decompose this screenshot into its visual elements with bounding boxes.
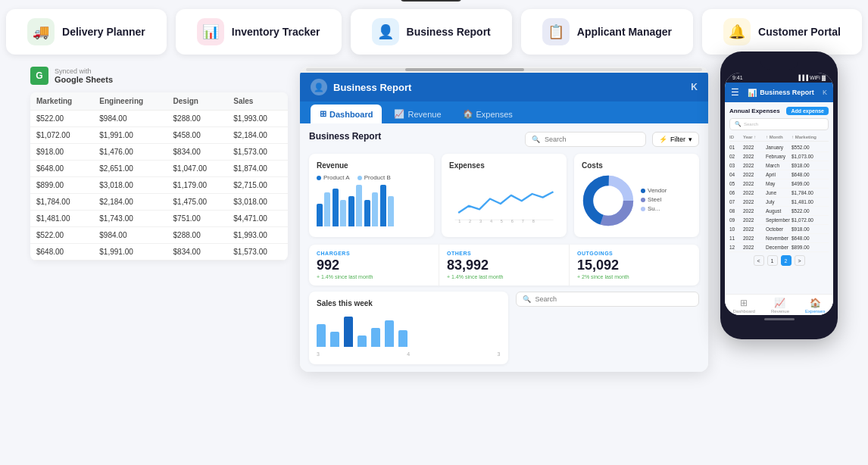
phone-nav-expenses[interactable]: 🏠 Expenses [805,298,825,314]
charts-row: Revenue Product A Product B [309,154,699,237]
phone-table-row: 042022April$648.00 [729,170,829,179]
table-cell: $1,993.00 [227,111,288,127]
bar-a-5 [380,185,386,226]
tab-delivery[interactable]: 🚚 Delivery Planner [6,9,167,55]
legend-steel: Steel [641,196,667,203]
revenue-chart-title: Revenue [317,161,426,170]
phone-notch [760,59,798,70]
bar-a-4 [364,200,370,226]
stat-others-value: 83,992 [447,257,561,273]
legend-dot-b [358,176,362,180]
stat-chargers: CHARGERS 992 + 1.4% since last month [309,245,439,286]
phone-table-cell: $648.00 [792,236,820,241]
toolbar-row: Business Report 🔍 ⚡ Filter ▾ [309,131,699,148]
phone-table-cell: 2022 [743,172,764,177]
svg-point-12 [598,191,619,211]
phone-add-expense-button[interactable]: Add expense [786,107,829,115]
phone-table-cell: January [766,145,790,150]
table-row: $522.00$984.00$288.00$1,993.00 [30,227,288,244]
stat-others-label: OTHERS [447,251,561,256]
tab-delivery-label: Delivery Planner [62,26,145,38]
bar-group-1 [317,192,330,226]
sales-search-area: 🔍 [516,292,700,364]
pagination-next[interactable]: > [795,255,805,266]
filter-icon: ⚡ [659,136,667,143]
svg-text:8: 8 [532,219,535,223]
phone-table-cell: April [766,172,790,177]
sales-search-input[interactable] [535,295,693,303]
revenue-legend: Product A Product B [317,174,426,181]
tab-applicant[interactable]: 📋 Applicant Manager [521,9,693,55]
phone-app-header: ☰ 📊 Business Report K [725,83,833,102]
th-year: Year ↑ [743,135,764,139]
table-cell: $1,573.00 [227,144,288,161]
phone-table-cell: $522.00 [792,208,820,214]
svg-text:2: 2 [469,219,471,223]
phone-table-cell: 05 [729,181,742,186]
stat-chargers-change: + 1.4% since last month [317,274,431,279]
signal-icon: ▐▐▐ [797,75,808,80]
phone-table-cell: 11 [729,236,742,241]
tab-customer[interactable]: 🔔 Customer Portal [702,9,862,55]
tab-inventory-label: Inventory Tracker [232,26,320,38]
nav-expenses[interactable]: 🏠 Expenses [454,105,522,123]
phone-table-cell: 09 [729,217,742,223]
th-id: ID [729,135,742,139]
filter-button[interactable]: ⚡ Filter ▾ [652,132,699,147]
phone-status-bar: 9:41 ▐▐▐ WiFi ▓ [725,73,833,83]
nav-dashboard[interactable]: ⊞ Dashboard [311,105,382,123]
nav-revenue[interactable]: 📈 Revenue [385,105,450,123]
phone-table-row: 072022July$1,481.00 [729,198,829,207]
phone-table-cell: 2022 [743,163,764,168]
tab-business[interactable]: 👤 Business Report [351,9,512,55]
table-cell: $2,715.00 [227,177,288,194]
table-cell: $984.00 [93,111,167,127]
phone-nav-expenses-icon: 🏠 [810,298,821,308]
stat-others-change: + 1.4% since last month [447,274,561,279]
stat-chargers-value: 992 [317,257,431,273]
nav-revenue-label: Revenue [407,110,441,119]
phone-table-cell: 2022 [743,245,764,250]
table-cell: $1,573.00 [227,244,288,261]
pagination-page-1[interactable]: 1 [767,255,778,266]
phone-table-row: 082022August$522.00 [729,207,829,216]
search-input-bar[interactable]: 🔍 [525,132,646,147]
stat-others: OTHERS 83,992 + 1.4% since last month [439,245,570,286]
tab-customer-label: Customer Portal [758,26,841,38]
table-cell: $648.00 [30,161,93,177]
sales-search-bar[interactable]: 🔍 [516,292,700,307]
phone-nav-revenue[interactable]: 📈 Revenue [771,298,789,314]
phone-table-cell: $918.00 [792,163,820,168]
phone-table-cell: $899.00 [792,245,820,250]
expenses-chart-card: Expenses 1 2 3 4 5 6 7 8 [442,154,567,237]
nav-expenses-icon: 🏠 [463,109,473,119]
table-cell: $2,651.00 [93,161,167,177]
phone-nav-dashboard[interactable]: ⊞ Dashboard [733,298,755,314]
sales-search-icon: 🔍 [523,295,531,303]
pagination-prev[interactable]: < [754,255,764,266]
th-marketing: ↑ Marketing [792,135,820,139]
phone-table-cell: 2022 [743,226,764,232]
table-cell: $1,784.00 [30,194,93,211]
bar-a-1 [317,204,323,226]
phone-table-row: 052022May$499.00 [729,179,829,189]
phone-hamburger-icon[interactable]: ☰ [731,87,739,98]
bar-b-4 [372,192,378,226]
main-content: G Synced with Google Sheets Marketing En… [0,67,868,372]
phone-search-icon: 🔍 [735,121,742,127]
phone-search-bar[interactable]: 🔍 Search [729,118,829,130]
svg-text:1: 1 [458,219,461,223]
phone-bottom-nav: ⊞ Dashboard 📈 Revenue 🏠 Expenses [725,294,833,315]
pagination-page-2[interactable]: 2 [781,255,792,266]
table-cell: $1,047.00 [167,161,228,177]
app-window-panel: 👤 Business Report K ⊞ Dashboard 📈 Revenu… [300,67,708,372]
sales-bar-1 [317,324,326,347]
sales-y-labels: 3 4 3 [317,351,501,357]
sales-bar-5 [371,328,380,347]
bar-b-5 [388,196,394,226]
search-input[interactable] [545,136,639,143]
inventory-icon: 📊 [197,18,224,45]
dot-steel [641,198,645,202]
tab-inventory[interactable]: 📊 Inventory Tracker [176,9,342,55]
svg-text:4: 4 [490,219,492,223]
